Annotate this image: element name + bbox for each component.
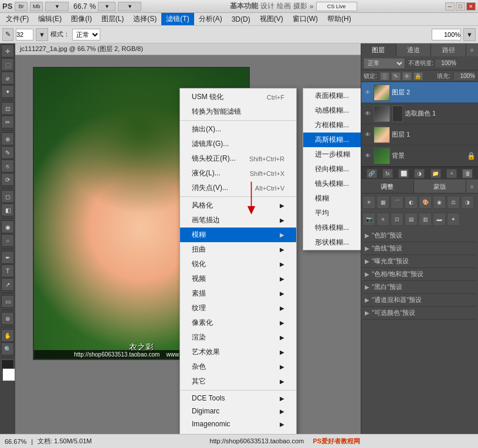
- panel-menu-button[interactable]: ≡: [466, 43, 478, 56]
- link-layers-btn[interactable]: 🔗: [367, 169, 377, 178]
- blur-shape[interactable]: 形状模糊...: [303, 235, 361, 250]
- filter-usm-sharpen[interactable]: USM 锐化 Ctrl+F: [180, 90, 296, 104]
- workspace-label[interactable]: 基本功能: [230, 1, 258, 11]
- lock-image-btn[interactable]: ✎: [391, 72, 401, 80]
- filter-vertus[interactable]: Vertus™ ▶: [180, 430, 296, 434]
- bridge-icon[interactable]: Br: [15, 2, 28, 11]
- layer-row-bg[interactable]: 👁 背景 🔒: [361, 145, 478, 167]
- brush-size-input[interactable]: [16, 29, 33, 40]
- blur-average[interactable]: 平均: [303, 206, 361, 220]
- adj-panel-menu[interactable]: ≡: [466, 180, 478, 193]
- menu-file[interactable]: 文件(F): [1, 13, 33, 25]
- layer-row-adj[interactable]: 👁 选取颜色 1: [361, 103, 478, 124]
- menu-filter[interactable]: 滤镜(T): [161, 13, 194, 25]
- filter-dce-tools[interactable]: DCE Tools ▶: [180, 392, 296, 405]
- tab-channels[interactable]: 通道: [396, 43, 432, 56]
- tool-eyedropper[interactable]: ✏: [1, 116, 14, 128]
- filter-digimarc[interactable]: Digimarc ▶: [180, 405, 296, 418]
- blend-mode-layers[interactable]: 正常: [364, 58, 405, 69]
- minibr-icon[interactable]: Mb: [30, 2, 43, 11]
- adj-selective-preset[interactable]: ▶ "可选颜色"预设: [362, 307, 477, 320]
- tool-magic-wand[interactable]: ✦: [1, 85, 14, 98]
- cs-live-btn[interactable]: CS Live: [316, 2, 357, 11]
- adj-hsl-btn[interactable]: ◉: [433, 196, 446, 209]
- add-adj-btn[interactable]: ◑: [414, 169, 425, 178]
- tool-lasso[interactable]: ⌀: [1, 72, 14, 84]
- tool-rect-select[interactable]: ⬚: [1, 58, 14, 71]
- filter-video[interactable]: 视频 ▶: [180, 271, 296, 286]
- tool-text[interactable]: T: [1, 264, 14, 277]
- filter-distort[interactable]: 扭曲 ▶: [180, 242, 296, 257]
- menu-help[interactable]: 帮助(H): [323, 13, 356, 25]
- blur-lens[interactable]: 镜头模糊...: [303, 177, 361, 191]
- adj-curves-preset[interactable]: ▶ "曲线"预设: [362, 242, 477, 255]
- filter-sketch[interactable]: 素描 ▶: [180, 286, 296, 301]
- blur-motion[interactable]: 动感模糊...: [303, 103, 361, 118]
- filter-gallery[interactable]: 滤镜库(G)...: [180, 137, 296, 151]
- minimize-button[interactable]: ─: [445, 2, 455, 11]
- menu-window[interactable]: 窗口(W): [288, 13, 323, 25]
- layer-bg-visibility[interactable]: 👁: [364, 152, 372, 160]
- adj-bw-btn[interactable]: ◑: [461, 196, 474, 209]
- adj-levels-btn[interactable]: ▦: [377, 196, 389, 209]
- layer-2-visibility[interactable]: 👁: [364, 89, 372, 97]
- draw-label[interactable]: 绘画: [277, 1, 291, 11]
- background-color[interactable]: [2, 368, 15, 381]
- filter-blur[interactable]: 模糊 ▶: [180, 228, 296, 242]
- tab-masks[interactable]: 蒙版: [414, 180, 467, 193]
- filter-render[interactable]: 渲染 ▶: [180, 330, 296, 345]
- lock-transparent-btn[interactable]: ░: [380, 72, 389, 80]
- filter-texture[interactable]: 纹理 ▶: [180, 301, 296, 315]
- menu-analyze[interactable]: 分析(A): [194, 13, 227, 25]
- adj-exposure-btn[interactable]: ◐: [405, 196, 418, 209]
- adj-invert-btn[interactable]: ⊡: [391, 213, 404, 226]
- filter-noise[interactable]: 杂色 ▶: [180, 359, 296, 374]
- delete-layer-btn[interactable]: 🗑: [462, 169, 473, 178]
- blur-plain[interactable]: 模糊: [303, 191, 361, 206]
- filter-artistic[interactable]: 艺术效果 ▶: [180, 345, 296, 359]
- zoom-dropdown[interactable]: ▼: [98, 2, 116, 11]
- blur-special[interactable]: 特殊模糊...: [303, 220, 361, 235]
- adj-channelmix-preset[interactable]: ▶ "通道混和器"预设: [362, 294, 477, 307]
- adj-bw-preset[interactable]: ▶ "黑白"预设: [362, 281, 477, 294]
- tool-3d-rotate[interactable]: ⊛: [1, 312, 14, 325]
- arrange-dropdown[interactable]: ▼: [118, 2, 141, 11]
- tool-path-select[interactable]: ↗: [1, 278, 14, 291]
- blur-radial[interactable]: 径向模糊...: [303, 162, 361, 177]
- filter-liquefy[interactable]: 液化(L)... Shift+Ctrl+X: [180, 166, 296, 181]
- blur-surface[interactable]: 表面模糊...: [303, 89, 361, 103]
- tab-paths[interactable]: 路径: [431, 43, 466, 56]
- adj-curves-btn[interactable]: ⌒: [391, 196, 404, 209]
- tool-move[interactable]: ✛: [1, 45, 14, 57]
- tool-dodge[interactable]: ○: [1, 234, 14, 247]
- tool-pen[interactable]: ✒: [1, 251, 14, 264]
- tab-adjustments[interactable]: 调整: [361, 180, 414, 193]
- brush-options[interactable]: ▼: [36, 28, 48, 41]
- opacity-slider[interactable]: ▼: [463, 28, 476, 41]
- blur-further[interactable]: 进一步模糊: [303, 147, 361, 162]
- arrow-more[interactable]: »: [310, 2, 314, 11]
- menu-view[interactable]: 视图(V): [255, 13, 288, 25]
- blur-gaussian[interactable]: 高斯模糊...: [303, 133, 361, 147]
- adj-levels-preset[interactable]: ▶ "色阶"预设: [362, 229, 477, 242]
- filter-brush-stroke[interactable]: 画笔描边 ▶: [180, 213, 296, 228]
- lock-all-btn[interactable]: 🔒: [413, 72, 423, 80]
- layer-1-visibility[interactable]: 👁: [364, 131, 372, 139]
- tool-spot-heal[interactable]: ⊕: [1, 133, 14, 145]
- photo-label[interactable]: 摄影: [293, 1, 307, 11]
- tool-clone[interactable]: ⎋: [1, 159, 14, 172]
- opacity-input[interactable]: [432, 29, 461, 40]
- menu-image[interactable]: 图像(I): [66, 13, 96, 25]
- tool-zoom[interactable]: 🔍: [1, 342, 14, 355]
- filter-smart-convert[interactable]: 转换为智能滤镜: [180, 104, 296, 119]
- tool-eraser[interactable]: ◻: [1, 190, 14, 203]
- layer-row-1[interactable]: 👁 图层 1: [361, 124, 478, 145]
- tool-hand[interactable]: ✋: [1, 329, 14, 342]
- filter-sharpen[interactable]: 锐化 ▶: [180, 257, 296, 271]
- tool-crop[interactable]: ⊡: [1, 102, 14, 115]
- adj-exposure-preset[interactable]: ▶ "曝光度"预设: [362, 255, 477, 268]
- menu-edit[interactable]: 编辑(E): [33, 13, 66, 25]
- tab-layers[interactable]: 图层: [361, 43, 396, 56]
- adj-hsl-preset[interactable]: ▶ "色相/饱和度"预设: [362, 268, 477, 281]
- layer-adj-visibility[interactable]: 👁: [364, 110, 372, 118]
